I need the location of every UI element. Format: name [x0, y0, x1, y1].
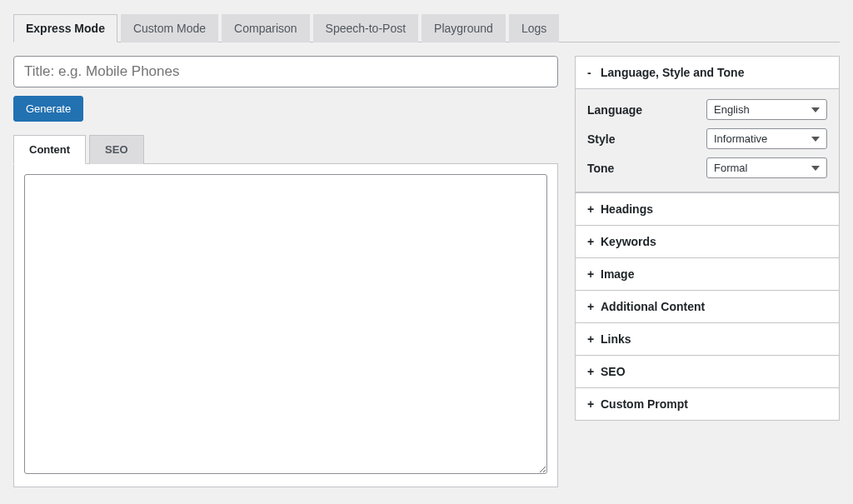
content-area: [13, 163, 558, 487]
tab-playground[interactable]: Playground: [422, 14, 506, 42]
style-select[interactable]: Informative: [706, 128, 827, 149]
plus-icon: +: [587, 397, 596, 411]
plus-icon: +: [587, 202, 596, 216]
tab-comparison[interactable]: Comparison: [222, 14, 309, 42]
left-column: Generate Content SEO: [13, 56, 558, 487]
section-additional-content[interactable]: + Additional Content: [576, 290, 839, 322]
field-label: Language: [587, 103, 706, 117]
section-title: SEO: [601, 365, 626, 378]
section-body-language-style-tone: Language English Style Informative Tone …: [576, 89, 839, 192]
generate-button[interactable]: Generate: [13, 96, 83, 122]
section-title: Custom Prompt: [601, 397, 688, 411]
section-language-style-tone[interactable]: - Language, Style and Tone: [576, 57, 839, 89]
tab-speech-to-post[interactable]: Speech-to-Post: [313, 14, 419, 42]
section-title: Image: [601, 267, 634, 281]
main-tabs: Express Mode Custom Mode Comparison Spee…: [13, 13, 840, 42]
field-label: Tone: [587, 162, 706, 175]
plus-icon: +: [587, 332, 596, 346]
section-links[interactable]: + Links: [576, 322, 839, 355]
field-language: Language English: [587, 99, 827, 120]
title-input[interactable]: [13, 56, 558, 87]
field-label: Style: [587, 132, 706, 146]
content-textarea[interactable]: [24, 174, 547, 474]
section-keywords[interactable]: + Keywords: [576, 225, 839, 257]
plus-icon: +: [587, 235, 596, 248]
tone-select[interactable]: Formal: [706, 157, 827, 178]
language-select[interactable]: English: [706, 99, 827, 120]
tab-express-mode[interactable]: Express Mode: [13, 14, 117, 42]
section-title: Additional Content: [601, 300, 705, 313]
sub-tab-seo[interactable]: SEO: [89, 135, 143, 164]
tab-logs[interactable]: Logs: [509, 14, 559, 42]
plus-icon: +: [587, 365, 596, 378]
right-column: - Language, Style and Tone Language Engl…: [575, 56, 840, 487]
field-style: Style Informative: [587, 128, 827, 149]
section-title: Headings: [601, 202, 653, 216]
sidebar-panel: - Language, Style and Tone Language Engl…: [575, 56, 840, 421]
sub-tab-content[interactable]: Content: [13, 135, 86, 164]
sub-tabs: Content SEO: [13, 135, 558, 164]
section-custom-prompt[interactable]: + Custom Prompt: [576, 387, 839, 420]
content-wrapper: Generate Content SEO - Language, Style a…: [13, 56, 840, 487]
minus-icon: -: [587, 66, 596, 79]
tab-custom-mode[interactable]: Custom Mode: [121, 14, 218, 42]
section-title: Links: [601, 332, 631, 346]
section-image[interactable]: + Image: [576, 257, 839, 290]
plus-icon: +: [587, 300, 596, 313]
section-title: Language, Style and Tone: [601, 66, 744, 79]
section-seo[interactable]: + SEO: [576, 355, 839, 387]
plus-icon: +: [587, 267, 596, 281]
section-title: Keywords: [601, 235, 656, 248]
section-headings[interactable]: + Headings: [576, 192, 839, 225]
field-tone: Tone Formal: [587, 157, 827, 178]
